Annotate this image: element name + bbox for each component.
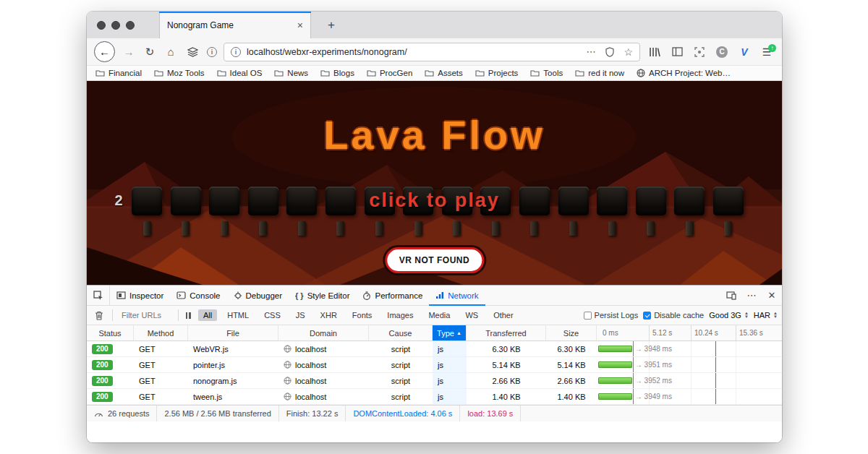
bookmark-item-projects[interactable]: Projects: [475, 69, 519, 77]
url-text[interactable]: localhost/webxr-experiments/nonogram/: [247, 47, 580, 57]
devtools-close-button[interactable]: ✕: [762, 286, 782, 305]
screenshot-grid-icon[interactable]: [692, 47, 707, 57]
app-menu-button[interactable]: ☰ ↑: [759, 46, 775, 58]
cause-cell: script: [369, 373, 433, 388]
table-row[interactable]: 200 GET WebVR.js localhost script js 6.3…: [87, 341, 782, 357]
folder-icon: [95, 69, 105, 77]
click-to-play-text[interactable]: click to play: [87, 189, 782, 212]
column-clue: [403, 221, 433, 236]
sidebar-icon[interactable]: [669, 47, 685, 56]
file-cell: tween.js: [188, 389, 278, 404]
back-button[interactable]: ←: [94, 41, 115, 62]
column-clue: [286, 221, 317, 236]
bookmark-item-news[interactable]: News: [274, 69, 308, 77]
filter-images[interactable]: Images: [382, 309, 418, 321]
bookmark-item-assets[interactable]: Assets: [425, 69, 463, 77]
status-badge: 200: [92, 344, 113, 354]
filter-urls-field[interactable]: [118, 311, 173, 320]
column-header-domain[interactable]: Domain: [278, 325, 369, 340]
status-badge: 200: [92, 360, 113, 370]
filter-ws[interactable]: WS: [460, 309, 483, 321]
bookmark-item-tools[interactable]: Tools: [530, 69, 563, 77]
filter-urls-input[interactable]: [122, 311, 208, 320]
tab-style-editor[interactable]: { } Style Editor: [289, 286, 356, 305]
table-row[interactable]: 200 GET tween.js localhost script js 1.4…: [87, 389, 782, 405]
zoom-window-button[interactable]: [126, 21, 135, 30]
forward-button[interactable]: →: [122, 46, 136, 58]
table-row[interactable]: 200 GET nonogram.js localhost script js …: [87, 373, 782, 389]
column-header-type[interactable]: Type▲: [433, 325, 467, 340]
waterfall-timeline-header[interactable]: 0 ms 5.12 s 10.24 s 15.36 s: [597, 325, 782, 340]
disable-cache-checkbox[interactable]: Disable cache: [643, 311, 704, 320]
pocket-shield-icon[interactable]: [602, 47, 618, 57]
waterfall-cell: → 3948 ms: [597, 341, 782, 356]
browser-tab[interactable]: Nonogram Game ×: [159, 12, 311, 38]
new-tab-button[interactable]: +: [318, 12, 344, 38]
tab-network[interactable]: Network: [429, 286, 485, 305]
layers-stack-icon[interactable]: [184, 47, 200, 57]
waterfall-bar: [598, 346, 632, 352]
window-bottom-filler: [87, 421, 782, 442]
devtools-menu-button[interactable]: ⋯: [741, 286, 762, 305]
reload-button[interactable]: ↻: [142, 46, 157, 59]
column-header-file[interactable]: File: [188, 325, 278, 340]
bookmark-star-icon[interactable]: ☆: [624, 46, 633, 58]
pause-traffic-button[interactable]: [184, 312, 193, 319]
column-header-transferred[interactable]: Transferred: [467, 325, 546, 340]
bookmark-item-ideal-os[interactable]: Ideal OS: [217, 69, 263, 77]
throttling-select[interactable]: Good 3G▲▼: [709, 311, 749, 320]
bookmark-item-financial[interactable]: Financial: [95, 69, 142, 77]
har-select[interactable]: HAR▲▼: [754, 311, 778, 320]
filter-html[interactable]: HTML: [222, 309, 254, 321]
filter-xhr[interactable]: XHR: [315, 309, 342, 321]
extension-c-icon[interactable]: C: [714, 46, 730, 58]
tab-performance[interactable]: Performance: [356, 286, 429, 305]
bookmark-item-arch-project[interactable]: ARCH Project: Web…: [637, 69, 731, 77]
bookmark-item-blogs[interactable]: Blogs: [320, 69, 354, 77]
finish-time: Finish: 13.22 s: [279, 406, 346, 421]
load-time: load: 13.69 s: [460, 406, 521, 421]
type-cell: js: [433, 373, 467, 388]
debugger-icon: [234, 291, 242, 299]
table-row[interactable]: 200 GET pointer.js localhost script js 5…: [87, 357, 782, 373]
vr-not-found-button[interactable]: VR NOT FOUND: [385, 247, 484, 273]
library-icon[interactable]: [647, 47, 663, 57]
tab-debugger[interactable]: Debugger: [227, 286, 289, 305]
close-window-button[interactable]: [97, 21, 106, 30]
waterfall-cell: → 3951 ms: [597, 357, 782, 372]
navigation-toolbar: ← → ↻ ⌂ i i localhost/webxr-experiments/…: [87, 38, 782, 65]
page-actions-icon[interactable]: ⋯: [586, 46, 596, 57]
pick-element-button[interactable]: [87, 286, 110, 305]
responsive-mode-button[interactable]: [721, 286, 741, 305]
filter-css[interactable]: CSS: [259, 309, 286, 321]
filter-all[interactable]: All: [198, 309, 217, 321]
devtools-panel: Inspector Console Debugger { } Style Edi…: [87, 285, 782, 421]
filter-media[interactable]: Media: [423, 309, 455, 321]
minimize-window-button[interactable]: [111, 21, 120, 30]
tab-inspector[interactable]: Inspector: [110, 286, 170, 305]
style-editor-icon: { }: [295, 291, 304, 300]
bookmark-item-moz-tools[interactable]: Moz Tools: [154, 69, 205, 77]
tab-console[interactable]: Console: [170, 286, 226, 305]
bookmark-item-red-it-now[interactable]: red it now: [575, 69, 624, 77]
info-icon[interactable]: i: [207, 47, 217, 57]
size-cell: 5.14 KB: [546, 357, 597, 372]
column-header-cause[interactable]: Cause: [369, 325, 433, 340]
bookmark-item-procgen[interactable]: ProcGen: [367, 69, 412, 77]
column-header-size[interactable]: Size: [546, 325, 597, 340]
site-info-icon[interactable]: i: [231, 47, 241, 57]
filter-fonts[interactable]: Fonts: [347, 309, 378, 321]
game-canvas[interactable]: Lava Flow 2 click to play VR NOT FOUND: [87, 81, 782, 285]
extension-v-icon[interactable]: V: [736, 46, 752, 58]
home-button[interactable]: ⌂: [163, 46, 178, 58]
clear-requests-button[interactable]: [91, 311, 107, 320]
folder-icon: [575, 69, 584, 77]
url-bar[interactable]: i localhost/webxr-experiments/nonogram/ …: [224, 43, 640, 61]
filter-js[interactable]: JS: [291, 309, 310, 321]
filter-other[interactable]: Other: [488, 309, 519, 321]
column-header-status[interactable]: Status: [87, 325, 134, 340]
tab-close-icon[interactable]: ×: [297, 20, 303, 30]
persist-logs-checkbox[interactable]: Persist Logs: [584, 311, 639, 320]
column-header-method[interactable]: Method: [134, 325, 188, 340]
folder-icon: [367, 69, 376, 77]
